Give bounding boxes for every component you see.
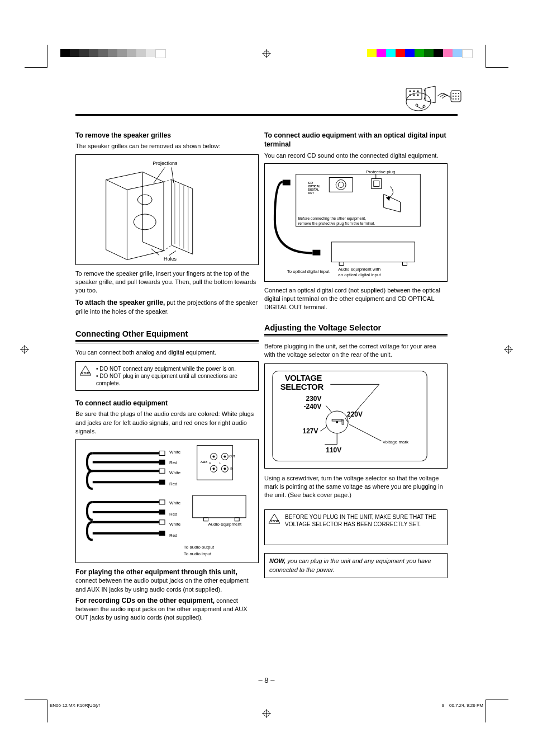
svg-text:Before connecting the other eq: Before connecting the other equipment, (298, 216, 367, 221)
svg-point-63 (213, 467, 215, 470)
svg-line-41 (164, 179, 172, 182)
svg-text:White: White (169, 500, 181, 505)
registration-icon (262, 709, 271, 718)
svg-text:an optical digital input: an optical digital input (338, 273, 381, 278)
color-bar (367, 49, 473, 57)
section-title: Connecting Other Equipment (75, 329, 259, 342)
svg-text:To audio output: To audio output (184, 545, 215, 550)
svg-text:-240V: -240V (304, 403, 322, 410)
svg-rect-101 (339, 262, 344, 266)
svg-text:White: White (169, 522, 181, 527)
svg-text:STOP: STOP (81, 371, 91, 375)
crop-mark (486, 45, 508, 68)
svg-rect-73 (159, 451, 165, 456)
svg-line-115 (326, 405, 331, 412)
svg-text:Red: Red (169, 533, 178, 538)
svg-rect-74 (159, 460, 165, 464)
svg-rect-102 (402, 262, 407, 266)
svg-point-61 (213, 455, 215, 457)
body-text: Using a screwdriver, turn the voltage se… (264, 474, 448, 500)
svg-point-23 (453, 93, 454, 94)
footer-timestamp: 8 00.7.24, 9:26 PM (442, 703, 483, 708)
svg-text:OPTICAL: OPTICAL (308, 185, 321, 188)
body-text: You can connect both analog and digital … (75, 348, 259, 357)
svg-text:Red: Red (169, 460, 178, 465)
voltage-selector-figure: VOLTAGE SELECTOR 230V -240V 220V 127V 11… (264, 363, 448, 469)
svg-text:OUT: OUT (308, 192, 314, 195)
svg-text:Audio equipment: Audio equipment (208, 522, 242, 527)
svg-text:White: White (169, 449, 181, 454)
svg-text:Voltage mark: Voltage mark (383, 440, 408, 445)
svg-point-28 (458, 96, 459, 97)
svg-text:127V: 127V (303, 427, 318, 435)
svg-line-126 (349, 424, 382, 441)
svg-rect-99 (312, 250, 320, 256)
svg-text:L: L (219, 462, 221, 465)
warning-box: STOP BEFORE YOU PLUG IN THE UNIT, MAKE S… (264, 509, 448, 545)
svg-rect-71 (235, 518, 239, 521)
crop-mark (25, 700, 47, 722)
section-title: Adjusting the Voltage Selector (264, 323, 448, 336)
svg-text:Protective plug: Protective plug (366, 169, 396, 174)
svg-rect-69 (193, 495, 246, 518)
svg-rect-75 (159, 469, 165, 473)
svg-text:STOP: STOP (270, 519, 279, 523)
svg-text:SELECTOR: SELECTOR (280, 382, 324, 391)
svg-rect-80 (159, 531, 165, 536)
svg-text:Red: Red (169, 481, 178, 486)
svg-line-119 (320, 427, 327, 431)
registration-icon (504, 345, 513, 354)
body-text: Before plugging in the unit, set the cor… (264, 342, 448, 359)
svg-text:R: R (210, 462, 212, 465)
svg-rect-70 (204, 518, 208, 521)
svg-text:Red: Red (169, 512, 178, 517)
body-text: You can record CD sound onto the connect… (264, 152, 448, 160)
speaker-grille-figure: Projections (75, 154, 259, 265)
body-text: The speaker grilles can be removed as sh… (75, 142, 259, 150)
svg-rect-111 (332, 419, 342, 421)
audio-connect-figure: WhiteRed WhiteRed WhiteRed WhiteRed AUX … (75, 439, 259, 563)
body-text: To remove the speaker grille, insert you… (75, 270, 259, 295)
svg-text:IN: IN (230, 467, 233, 470)
svg-point-35 (137, 195, 152, 205)
svg-text:AUX: AUX (201, 460, 208, 464)
svg-rect-100 (331, 242, 415, 262)
svg-rect-98 (283, 180, 291, 186)
svg-point-26 (453, 96, 454, 97)
svg-point-85 (336, 180, 346, 190)
svg-point-36 (134, 214, 156, 230)
svg-line-45 (169, 251, 176, 255)
svg-text:To audio input: To audio input (184, 551, 212, 556)
svg-point-86 (338, 182, 344, 188)
svg-text:VOLTAGE: VOLTAGE (285, 374, 322, 382)
grayscale-bar (60, 49, 166, 57)
footer-filename: EN06-12.MX-K10R[UG]/f (50, 703, 99, 708)
svg-text:White: White (169, 470, 181, 475)
svg-rect-112 (342, 420, 344, 424)
stop-icon: STOP (268, 513, 280, 527)
svg-line-33 (154, 167, 165, 183)
crop-mark (25, 45, 47, 68)
heading: To remove the speaker grilles (75, 131, 259, 140)
svg-text:remove the protective plug fro: remove the protective plug from the term… (298, 221, 375, 226)
svg-text:OUT: OUT (229, 455, 235, 458)
svg-rect-76 (159, 480, 165, 484)
svg-text:CD: CD (308, 182, 313, 185)
svg-text:110V: 110V (326, 446, 341, 454)
svg-point-62 (223, 455, 226, 457)
svg-text:Audio equipment with: Audio equipment with (338, 267, 380, 272)
svg-point-64 (223, 467, 226, 470)
warning-box: STOP • DO NOT connect any equipment whil… (75, 361, 259, 391)
svg-text:To optical digital input: To optical digital input (287, 270, 330, 275)
stop-icon: STOP (79, 365, 92, 379)
svg-text:230V: 230V (306, 395, 322, 403)
svg-rect-78 (159, 510, 165, 514)
svg-point-24 (455, 93, 456, 94)
svg-point-29 (453, 98, 454, 100)
svg-rect-77 (159, 500, 165, 504)
svg-rect-79 (159, 520, 165, 525)
svg-text:DIGITAL: DIGITAL (308, 188, 319, 191)
body-text: For recording CDs on the other equipment… (75, 596, 259, 622)
svg-line-42 (164, 245, 172, 251)
body-text: To attach the speaker grille, put the pr… (75, 298, 259, 316)
